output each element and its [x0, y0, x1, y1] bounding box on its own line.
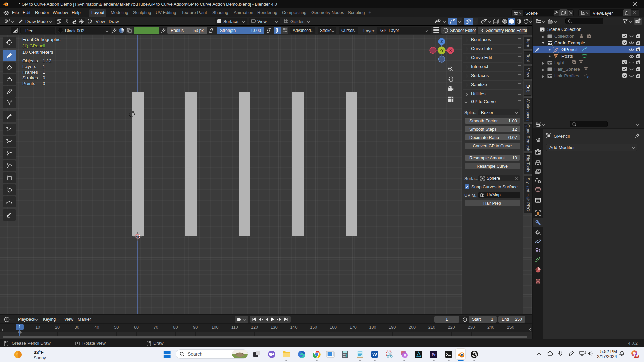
- svg-text:X: X: [449, 48, 452, 53]
- svg-text:Z: Z: [440, 39, 443, 44]
- svg-text:-Y: -Y: [440, 48, 444, 53]
- svg-text:Pr: Pr: [432, 353, 436, 357]
- svg-text:PRE: PRE: [634, 355, 639, 357]
